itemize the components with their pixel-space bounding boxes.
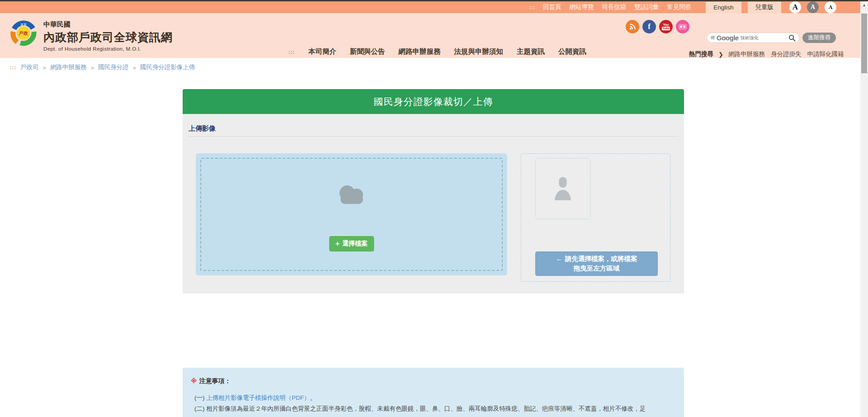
cloud-icon (335, 181, 369, 205)
section-divider (189, 136, 678, 137)
breadcrumb-accessibility-dots-icon: ::: (10, 65, 16, 70)
notes-item-1-prefix: (一) (194, 394, 206, 401)
youtube-text-top: You (663, 23, 669, 26)
notes-item-1-pdf-link[interactable]: 上傳相片影像電子檔操作說明（PDF） (206, 394, 310, 401)
notes-item-1: (一) 上傳相片影像電子檔操作說明（PDF）。 (194, 394, 316, 402)
hot-link-id-loss[interactable]: 身分證掛失 (771, 50, 802, 58)
font-size-large-button[interactable]: A (789, 1, 801, 13)
youtube-text-bottom: Tube (662, 27, 670, 30)
nav-item-regulations[interactable]: 法規與申辦須知 (454, 47, 504, 57)
plus-icon: + (335, 241, 340, 247)
brand-block[interactable]: 中華民國 內政部戶政司全球資訊網 Dept. of Household Regi… (43, 20, 173, 52)
breadcrumb-separator: » (132, 64, 136, 71)
breadcrumb-item-online-services[interactable]: 網路申辦服務 (50, 63, 87, 71)
site-subtitle: Dept. of Household Registration, M.O.I. (43, 46, 173, 52)
person-icon (553, 176, 572, 201)
link-home[interactable]: 回首頁 (543, 3, 561, 11)
facebook-letter: f (648, 22, 651, 31)
main-navigation: ::: 本司簡介 新聞與公告 網路申辦服務 法規與申辦須知 主題資訊 公開資訊 (288, 47, 586, 57)
nav-item-online-services[interactable]: 網路申辦服務 (399, 47, 441, 57)
scrollbar-thumb[interactable] (861, 14, 867, 73)
notes-item-1-suffix: 。 (310, 394, 316, 401)
social-links: f You Tube (626, 20, 689, 33)
hot-search: 熱門搜尋 ❯ 網路申辦服務 身分證掛失 申請歸化國籍 (689, 50, 844, 58)
rss-icon[interactable] (626, 20, 639, 33)
card-title-bar: 國民身分證影像裁切／上傳 (183, 89, 684, 114)
hot-search-label: 熱門搜尋 (689, 50, 713, 58)
utility-bar: ::: 回首頁 網站導覽 司長信箱 雙語詞彙 常見問答 English 兒童版 … (0, 1, 868, 13)
nav-item-public-info[interactable]: 公開資訊 (558, 47, 586, 57)
youtube-icon[interactable]: You Tube (659, 20, 673, 33)
facebook-icon[interactable]: f (642, 20, 656, 33)
scrollbar-up-button[interactable]: ▲ (860, 1, 868, 9)
drop-hint-line2: 拖曳至左方區域 (574, 264, 620, 273)
font-size-small-button[interactable]: A (825, 1, 836, 13)
breadcrumb-separator: » (43, 64, 46, 71)
drop-hint-line1: 請先選擇檔案，或將檔案 (565, 254, 637, 264)
vertical-scrollbar[interactable]: ▲ (860, 1, 868, 417)
kids-version-button[interactable]: 兒童版 (748, 2, 782, 13)
breadcrumb-item-current: 國民身分證影像上傳 (140, 63, 195, 71)
link-sitemap[interactable]: 網站導覽 (569, 3, 594, 11)
preview-zone: ← 請先選擇檔案，或將檔案 拖曳至左方區域 (521, 153, 670, 282)
chevron-right-icon: ❯ (718, 51, 723, 58)
rss-glyph (629, 23, 636, 30)
notes-marker: ※ (191, 377, 197, 384)
search-icon[interactable] (788, 34, 796, 42)
link-director-mailbox[interactable]: 司長信箱 (602, 3, 626, 11)
site-title: 內政部戶政司全球資訊網 (43, 30, 173, 45)
hot-link-online-services[interactable]: 網路申辦服務 (728, 50, 765, 58)
left-arrow-icon: ← (556, 254, 563, 264)
hot-link-naturalization[interactable]: 申請歸化國籍 (807, 50, 844, 58)
advanced-search-button[interactable]: 進階搜尋 (802, 33, 836, 43)
nav-item-about[interactable]: 本司簡介 (308, 47, 336, 57)
section-title: 上傳影像 (189, 124, 216, 133)
notes-title-text: 注意事項： (199, 377, 231, 384)
nav-item-news[interactable]: 新聞與公告 (350, 47, 385, 57)
agency-logo[interactable]: 革新 戶政 (10, 19, 37, 47)
page-title: 國民身分證影像裁切／上傳 (374, 95, 493, 108)
font-size-medium-button[interactable]: A (807, 1, 819, 13)
card-body: 上傳影像 + 選擇檔案 (183, 114, 684, 294)
brand-country: 中華民國 (43, 20, 173, 29)
search-powered-prefix: 經 (711, 35, 715, 41)
page: ::: 回首頁 網站導覽 司長信箱 雙語詞彙 常見問答 English 兒童版 … (0, 0, 868, 417)
breadcrumb-item-home[interactable]: 戶政司 (20, 63, 39, 71)
nav-item-topics[interactable]: 主題資訊 (517, 47, 545, 57)
drop-hint-button[interactable]: ← 請先選擇檔案，或將檔案 拖曳至左方區域 (535, 251, 658, 276)
notes-item-2: (二) 相片影像須為最近２年內所攝白色背景之正面半身彩色，脫帽、未戴有色眼鏡，眼… (194, 405, 646, 413)
site-header: 革新 戶政 中華民國 內政部戶政司全球資訊網 Dept. of Househol… (0, 13, 868, 58)
breadcrumb: ::: 戶政司 » 網路申辦服務 » 國民身分證 » 國民身分證影像上傳 (10, 63, 195, 71)
google-logo: Google (717, 34, 739, 42)
photo-placeholder-box (535, 158, 590, 219)
link-bilingual-glossary[interactable]: 雙語詞彙 (634, 3, 659, 11)
breadcrumb-separator: » (91, 64, 94, 71)
flickr-icon[interactable] (676, 20, 689, 33)
notes-title: ※注意事項： (191, 377, 231, 385)
search-powered-suffix: 技術強化 (741, 35, 759, 41)
upload-dashed-border (200, 158, 503, 271)
link-faq[interactable]: 常見問答 (667, 3, 691, 11)
flickr-glyph (679, 24, 687, 30)
logo-center-label: 戶政 (19, 31, 28, 36)
logo-arrow-label: 革新 (20, 23, 27, 26)
accessibility-dots-icon: ::: (529, 5, 536, 10)
upload-card: 國民身分證影像裁切／上傳 上傳影像 + 選擇檔案 (183, 89, 684, 294)
site-search-box[interactable]: 經 Google 技術強化 (707, 33, 800, 43)
upload-drop-zone[interactable]: + 選擇檔案 (196, 153, 507, 275)
notes-panel: ※注意事項： (一) 上傳相片影像電子檔操作說明（PDF）。 (二) 相片影像須… (183, 368, 684, 417)
nav-accessibility-dots-icon: ::: (288, 49, 295, 55)
english-button[interactable]: English (706, 2, 741, 13)
choose-file-button[interactable]: + 選擇檔案 (329, 236, 374, 251)
choose-file-label: 選擇檔案 (342, 240, 368, 248)
breadcrumb-item-national-id[interactable]: 國民身分證 (98, 63, 129, 71)
